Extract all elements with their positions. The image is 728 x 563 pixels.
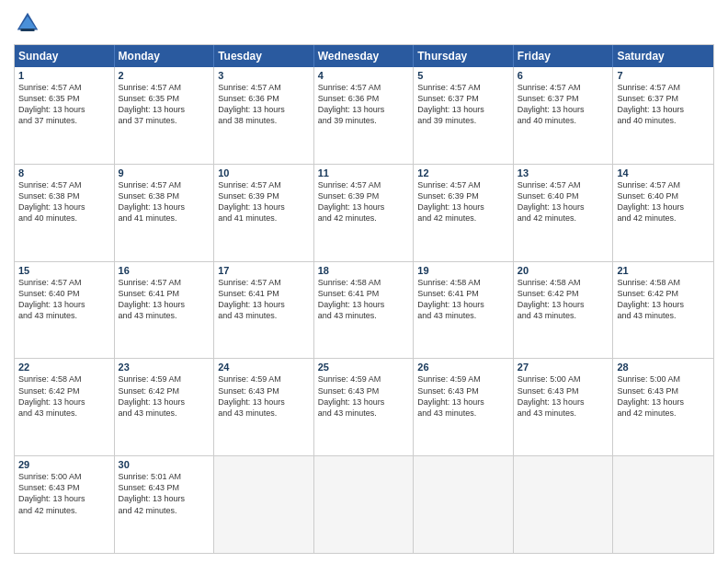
day-number: 17 (218, 265, 310, 276)
cal-cell: 28Sunrise: 5:00 AM Sunset: 6:43 PM Dayli… (613, 359, 713, 455)
day-number: 8 (18, 167, 110, 178)
cal-cell: 8Sunrise: 4:57 AM Sunset: 6:38 PM Daylig… (15, 165, 115, 261)
cell-info: Sunrise: 4:57 AM Sunset: 6:39 PM Dayligh… (218, 179, 310, 224)
cal-cell: 1Sunrise: 4:57 AM Sunset: 6:35 PM Daylig… (15, 67, 115, 164)
cell-info: Sunrise: 4:57 AM Sunset: 6:37 PM Dayligh… (417, 82, 509, 127)
cell-info: Sunrise: 4:58 AM Sunset: 6:42 PM Dayligh… (518, 277, 609, 322)
cell-info: Sunrise: 4:57 AM Sunset: 6:36 PM Dayligh… (318, 82, 410, 127)
cal-cell (314, 456, 415, 553)
calendar: SundayMondayTuesdayWednesdayThursdayFrid… (14, 44, 714, 554)
day-number: 24 (218, 362, 310, 373)
cal-cell (514, 456, 614, 553)
cell-info: Sunrise: 4:58 AM Sunset: 6:41 PM Dayligh… (417, 277, 509, 322)
header-day-friday: Friday (514, 45, 614, 67)
header-day-thursday: Thursday (414, 45, 514, 67)
cal-row-5: 29Sunrise: 5:00 AM Sunset: 6:43 PM Dayli… (15, 456, 713, 553)
cell-info: Sunrise: 4:59 AM Sunset: 6:43 PM Dayligh… (417, 373, 509, 419)
cal-cell: 6Sunrise: 4:57 AM Sunset: 6:37 PM Daylig… (514, 67, 614, 164)
cal-cell: 11Sunrise: 4:57 AM Sunset: 6:39 PM Dayli… (314, 165, 415, 261)
day-number: 22 (18, 362, 110, 373)
header-day-tuesday: Tuesday (214, 45, 314, 67)
calendar-header: SundayMondayTuesdayWednesdayThursdayFrid… (15, 45, 713, 67)
day-number: 2 (119, 70, 210, 81)
cal-cell: 20Sunrise: 4:58 AM Sunset: 6:42 PM Dayli… (514, 262, 614, 359)
cal-row-3: 15Sunrise: 4:57 AM Sunset: 6:40 PM Dayli… (15, 262, 713, 360)
svg-rect-3 (21, 29, 35, 31)
day-number: 5 (417, 70, 509, 81)
logo (14, 9, 45, 37)
cal-cell: 17Sunrise: 4:57 AM Sunset: 6:41 PM Dayli… (214, 262, 314, 359)
cal-cell: 3Sunrise: 4:57 AM Sunset: 6:36 PM Daylig… (214, 67, 314, 164)
page: SundayMondayTuesdayWednesdayThursdayFrid… (0, 0, 728, 563)
cell-info: Sunrise: 4:59 AM Sunset: 6:43 PM Dayligh… (318, 373, 410, 419)
cal-row-4: 22Sunrise: 4:58 AM Sunset: 6:42 PM Dayli… (15, 359, 713, 456)
cal-cell: 12Sunrise: 4:57 AM Sunset: 6:39 PM Dayli… (414, 165, 514, 261)
cal-cell: 29Sunrise: 5:00 AM Sunset: 6:43 PM Dayli… (15, 456, 115, 553)
cell-info: Sunrise: 4:59 AM Sunset: 6:42 PM Dayligh… (119, 373, 210, 419)
day-number: 30 (119, 459, 210, 470)
day-number: 29 (18, 459, 110, 470)
day-number: 20 (518, 265, 609, 276)
cal-cell: 4Sunrise: 4:57 AM Sunset: 6:36 PM Daylig… (314, 67, 415, 164)
cal-cell: 18Sunrise: 4:58 AM Sunset: 6:41 PM Dayli… (314, 262, 415, 359)
header-day-sunday: Sunday (15, 45, 115, 67)
cal-cell: 22Sunrise: 4:58 AM Sunset: 6:42 PM Dayli… (15, 359, 115, 455)
day-number: 3 (218, 70, 310, 81)
cal-cell: 14Sunrise: 4:57 AM Sunset: 6:40 PM Dayli… (613, 165, 713, 261)
cell-info: Sunrise: 4:59 AM Sunset: 6:43 PM Dayligh… (218, 373, 310, 419)
cal-cell: 21Sunrise: 4:58 AM Sunset: 6:42 PM Dayli… (613, 262, 713, 359)
day-number: 23 (119, 362, 210, 373)
cal-cell: 15Sunrise: 4:57 AM Sunset: 6:40 PM Dayli… (15, 262, 115, 359)
day-number: 11 (318, 167, 410, 178)
header-day-saturday: Saturday (613, 45, 713, 67)
cell-info: Sunrise: 4:58 AM Sunset: 6:42 PM Dayligh… (18, 373, 110, 419)
cell-info: Sunrise: 4:58 AM Sunset: 6:41 PM Dayligh… (318, 277, 410, 322)
cal-cell: 26Sunrise: 4:59 AM Sunset: 6:43 PM Dayli… (414, 359, 514, 455)
day-number: 19 (417, 265, 509, 276)
day-number: 13 (518, 167, 609, 178)
cell-info: Sunrise: 4:57 AM Sunset: 6:36 PM Dayligh… (218, 82, 310, 127)
cal-cell: 16Sunrise: 4:57 AM Sunset: 6:41 PM Dayli… (115, 262, 215, 359)
cal-cell (613, 456, 713, 553)
cell-info: Sunrise: 5:01 AM Sunset: 6:43 PM Dayligh… (119, 471, 210, 516)
header-day-wednesday: Wednesday (314, 45, 415, 67)
cal-cell: 23Sunrise: 4:59 AM Sunset: 6:42 PM Dayli… (115, 359, 215, 455)
day-number: 16 (119, 265, 210, 276)
day-number: 9 (119, 167, 210, 178)
logo-icon (14, 9, 41, 37)
calendar-body: 1Sunrise: 4:57 AM Sunset: 6:35 PM Daylig… (15, 67, 713, 553)
cal-cell: 19Sunrise: 4:58 AM Sunset: 6:41 PM Dayli… (414, 262, 514, 359)
cell-info: Sunrise: 4:57 AM Sunset: 6:35 PM Dayligh… (18, 82, 110, 127)
cell-info: Sunrise: 4:57 AM Sunset: 6:38 PM Dayligh… (18, 179, 110, 224)
cal-cell: 24Sunrise: 4:59 AM Sunset: 6:43 PM Dayli… (214, 359, 314, 455)
cal-row-1: 1Sunrise: 4:57 AM Sunset: 6:35 PM Daylig… (15, 67, 713, 165)
cal-cell (414, 456, 514, 553)
day-number: 10 (218, 167, 310, 178)
cell-info: Sunrise: 4:57 AM Sunset: 6:40 PM Dayligh… (518, 179, 609, 224)
day-number: 4 (318, 70, 410, 81)
cal-cell: 27Sunrise: 5:00 AM Sunset: 6:43 PM Dayli… (514, 359, 614, 455)
cell-info: Sunrise: 4:57 AM Sunset: 6:41 PM Dayligh… (119, 277, 210, 322)
cal-cell: 2Sunrise: 4:57 AM Sunset: 6:35 PM Daylig… (115, 67, 215, 164)
cell-info: Sunrise: 5:00 AM Sunset: 6:43 PM Dayligh… (18, 471, 110, 516)
cal-cell: 30Sunrise: 5:01 AM Sunset: 6:43 PM Dayli… (115, 456, 215, 553)
cell-info: Sunrise: 4:57 AM Sunset: 6:37 PM Dayligh… (518, 82, 609, 127)
cell-info: Sunrise: 4:57 AM Sunset: 6:40 PM Dayligh… (18, 277, 110, 322)
cell-info: Sunrise: 5:00 AM Sunset: 6:43 PM Dayligh… (518, 373, 609, 419)
cell-info: Sunrise: 4:58 AM Sunset: 6:42 PM Dayligh… (617, 277, 710, 322)
cal-cell: 5Sunrise: 4:57 AM Sunset: 6:37 PM Daylig… (414, 67, 514, 164)
cell-info: Sunrise: 5:00 AM Sunset: 6:43 PM Dayligh… (617, 373, 710, 419)
cell-info: Sunrise: 4:57 AM Sunset: 6:40 PM Dayligh… (617, 179, 710, 224)
cal-cell: 10Sunrise: 4:57 AM Sunset: 6:39 PM Dayli… (214, 165, 314, 261)
day-number: 12 (417, 167, 509, 178)
cal-cell: 25Sunrise: 4:59 AM Sunset: 6:43 PM Dayli… (314, 359, 415, 455)
cell-info: Sunrise: 4:57 AM Sunset: 6:39 PM Dayligh… (318, 179, 410, 224)
cal-cell: 9Sunrise: 4:57 AM Sunset: 6:38 PM Daylig… (115, 165, 215, 261)
day-number: 7 (617, 70, 710, 81)
day-number: 26 (417, 362, 509, 373)
cal-cell: 7Sunrise: 4:57 AM Sunset: 6:37 PM Daylig… (613, 67, 713, 164)
day-number: 25 (318, 362, 410, 373)
cell-info: Sunrise: 4:57 AM Sunset: 6:35 PM Dayligh… (119, 82, 210, 127)
day-number: 21 (617, 265, 710, 276)
cell-info: Sunrise: 4:57 AM Sunset: 6:37 PM Dayligh… (617, 82, 710, 127)
